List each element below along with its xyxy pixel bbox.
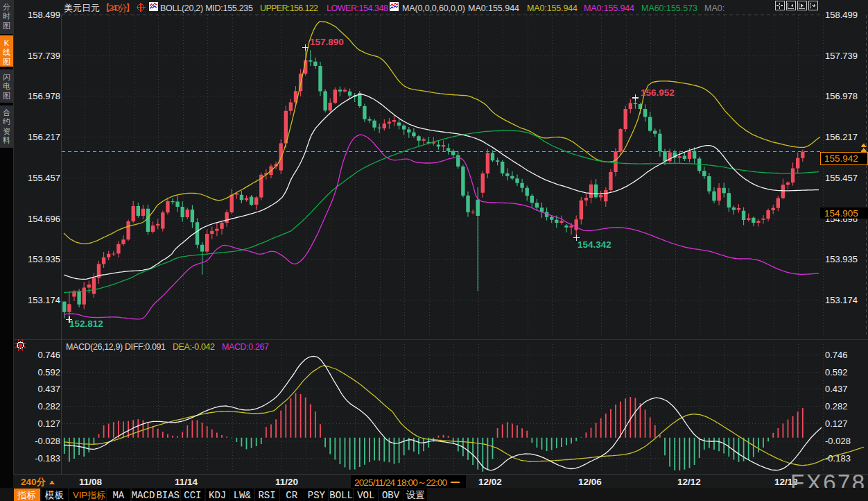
svg-text:闪: 闪 (3, 73, 10, 81)
svg-text:MA0:155.944: MA0:155.944 (527, 3, 578, 13)
svg-text:UPPER:156.122: UPPER:156.122 (260, 3, 318, 13)
svg-text:美元日元: 美元日元 (64, 3, 100, 13)
svg-text:0.127: 0.127 (825, 418, 848, 429)
svg-text:155.942: 155.942 (824, 153, 858, 164)
svg-text:LOWER:154.348: LOWER:154.348 (327, 3, 388, 13)
svg-text:155.457: 155.457 (825, 173, 858, 183)
svg-text:OBV: OBV (382, 490, 400, 501)
svg-text:156.217: 156.217 (825, 132, 858, 142)
svg-text:0.592: 0.592 (37, 367, 60, 377)
svg-text:-0.183: -0.183 (825, 453, 851, 464)
svg-text:BOLL(20,2) MID:155.235: BOLL(20,2) MID:155.235 (160, 3, 253, 13)
svg-text:指标: 指标 (17, 490, 36, 500)
svg-text:PSY: PSY (308, 490, 326, 501)
svg-text:153.174: 153.174 (825, 295, 858, 305)
svg-text:154.905: 154.905 (824, 208, 858, 219)
svg-text:料: 料 (2, 136, 10, 144)
svg-text:158.499: 158.499 (825, 10, 858, 20)
svg-text:图: 图 (3, 58, 10, 66)
svg-text:LW&: LW& (234, 490, 252, 501)
svg-text:156.978: 156.978 (825, 91, 858, 101)
svg-text:MA: MA (112, 490, 124, 501)
svg-text:MACD: MACD (132, 490, 155, 501)
svg-text:【240分】: 【240分】 (101, 3, 134, 13)
svg-text:CR: CR (286, 490, 297, 501)
svg-text:图: 图 (3, 22, 10, 30)
svg-text:156.978: 156.978 (28, 91, 60, 101)
svg-text:0.592: 0.592 (825, 367, 848, 377)
svg-text:12/06: 12/06 (578, 477, 602, 487)
svg-text:0.746: 0.746 (825, 350, 848, 360)
svg-text:MA(0,0,0,60,0,0): MA(0,0,0,60,0,0) (402, 3, 465, 13)
svg-text:155.457: 155.457 (28, 173, 60, 183)
svg-text:153.935: 153.935 (28, 254, 60, 264)
svg-text:合: 合 (3, 108, 10, 117)
svg-text:-0.028: -0.028 (35, 436, 60, 446)
svg-text:DEA:-0.042: DEA:-0.042 (173, 342, 215, 352)
svg-text:分: 分 (3, 3, 10, 11)
svg-text:158.499: 158.499 (28, 10, 60, 20)
svg-text:MACD:0.267: MACD:0.267 (222, 342, 269, 352)
svg-text:157.739: 157.739 (825, 51, 858, 61)
svg-text:电: 电 (3, 82, 10, 90)
svg-text:MACD(26,12,9) DIFF:0.091: MACD(26,12,9) DIFF:0.091 (66, 342, 166, 352)
svg-text:CCI: CCI (184, 490, 201, 501)
svg-text:线: 线 (3, 48, 10, 56)
svg-text:K: K (4, 39, 10, 47)
svg-text:156.952: 156.952 (641, 87, 675, 98)
svg-text:0.437: 0.437 (37, 384, 60, 394)
svg-text:模板: 模板 (44, 490, 64, 500)
svg-text:VIP指标: VIP指标 (73, 490, 105, 500)
svg-text:0.282: 0.282 (37, 401, 60, 411)
svg-text:VOL: VOL (357, 490, 374, 501)
svg-text:0.282: 0.282 (825, 401, 848, 411)
svg-text:153.174: 153.174 (28, 295, 60, 305)
svg-text:MA0:155.944: MA0:155.944 (584, 3, 634, 13)
svg-text:MA0:: MA0: (704, 3, 724, 13)
svg-text:0.746: 0.746 (37, 350, 60, 360)
svg-text:152.812: 152.812 (69, 319, 103, 329)
svg-text:0.437: 0.437 (825, 384, 848, 394)
svg-text:154.342: 154.342 (578, 239, 611, 250)
svg-text:2025/11/24 18:00～22:00: 2025/11/24 18:00～22:00 (354, 477, 447, 488)
svg-text:12/02: 12/02 (478, 477, 502, 487)
svg-text:约: 约 (2, 117, 10, 126)
svg-text:154.696: 154.696 (28, 214, 60, 224)
svg-text:MA0:155.944: MA0:155.944 (468, 3, 519, 13)
svg-text:RSI: RSI (258, 490, 275, 501)
svg-text:153.935: 153.935 (825, 254, 858, 264)
svg-text:BOLL: BOLL (329, 490, 353, 501)
svg-text:时: 时 (3, 12, 10, 20)
svg-text:0.127: 0.127 (37, 418, 60, 429)
svg-text:156.217: 156.217 (28, 132, 60, 142)
svg-text:11/14: 11/14 (175, 477, 198, 487)
svg-text:设置: 设置 (406, 490, 425, 500)
svg-text:11/08: 11/08 (79, 477, 103, 487)
svg-text:资: 资 (3, 127, 10, 135)
svg-text:157.890: 157.890 (310, 37, 344, 47)
svg-text:157.739: 157.739 (28, 51, 60, 61)
svg-text:KDJ: KDJ (209, 490, 226, 501)
svg-text:BIAS: BIAS (156, 490, 180, 501)
svg-text:11/20: 11/20 (275, 477, 298, 487)
svg-text:-0.028: -0.028 (825, 436, 851, 446)
svg-text:-0.183: -0.183 (35, 453, 60, 464)
svg-text:12/12: 12/12 (677, 477, 701, 487)
svg-text:MA60:155.573: MA60:155.573 (641, 3, 697, 13)
svg-text:图: 图 (3, 92, 10, 100)
svg-text:240分: 240分 (21, 477, 46, 487)
